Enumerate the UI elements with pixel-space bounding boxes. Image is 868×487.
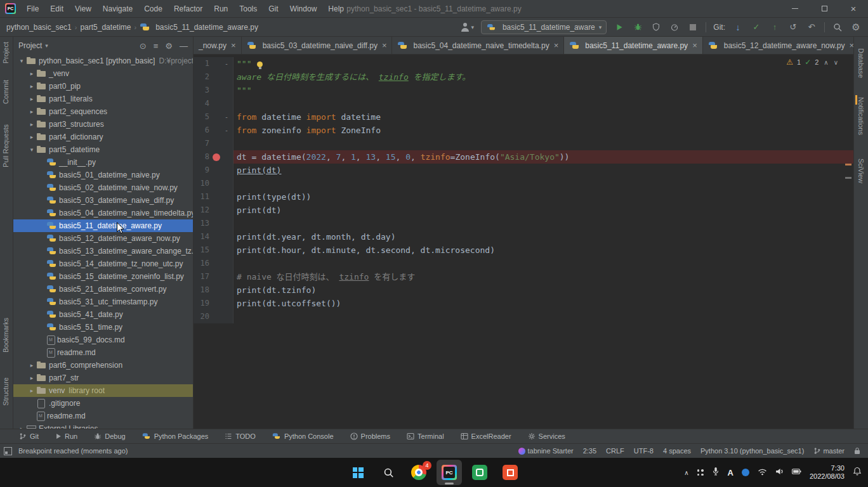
toolwindow-button-run[interactable]: Run	[55, 432, 77, 440]
toolwindow-button-python-packages[interactable]: Python Packages	[142, 431, 209, 441]
caret-position-widget[interactable]: 2:35	[583, 447, 596, 455]
tool-stripe-pull-requests[interactable]: Pull Requests	[2, 124, 10, 167]
toolwindow-button-terminal[interactable]: Terminal	[407, 432, 444, 440]
editor-tab[interactable]: basic5_12_datetime_aware_now.py×	[703, 37, 860, 54]
maximize-button[interactable]	[810, 0, 839, 17]
tab-close-icon[interactable]: ×	[692, 41, 697, 50]
tool-stripe-structure[interactable]: Structure	[2, 377, 10, 406]
menu-help[interactable]: Help	[322, 0, 350, 18]
code-with-me-button[interactable]: ▾	[460, 23, 474, 32]
close-button[interactable]: ×	[839, 0, 868, 17]
tray-grid-icon[interactable]	[697, 469, 704, 476]
tree-item[interactable]: ▸part2_sequences	[13, 105, 193, 118]
code-line-text[interactable]: from datetime import datetime	[233, 110, 853, 124]
project-panel-title[interactable]: Project	[18, 41, 42, 50]
git-update-button[interactable]: ↓	[732, 22, 744, 33]
scrollbar-mark[interactable]	[845, 177, 852, 179]
code-gutter[interactable]: 2	[194, 70, 233, 84]
run-button[interactable]	[614, 22, 625, 33]
tree-chevron-icon[interactable]: ▸	[17, 425, 26, 429]
tree-chevron-icon[interactable]: ▸	[27, 362, 36, 368]
tree-item[interactable]: basic5_04_datetime_naive_timedelta.py	[13, 207, 193, 219]
tree-chevron-icon[interactable]: ▸	[27, 134, 36, 140]
tree-item[interactable]: basic5_11_datetime_aware.py	[13, 219, 193, 232]
tree-item[interactable]: ▸part1_literals	[13, 93, 193, 105]
tool-stripe-project[interactable]: Project	[2, 42, 10, 63]
breakpoint-icon[interactable]	[213, 153, 220, 161]
notification-bell-icon[interactable]	[853, 467, 862, 478]
collapse-all-icon[interactable]: ≡	[154, 41, 159, 51]
code-line-text[interactable]	[233, 177, 853, 190]
code-gutter[interactable]: 10	[194, 177, 233, 190]
tree-item[interactable]: ▾part5_datetime	[13, 143, 193, 156]
interpreter-widget[interactable]: Python 3.10 (python_basic_sec1)	[700, 447, 804, 455]
code-gutter[interactable]: 6-	[194, 124, 233, 137]
code-line-text[interactable]: print(dt)	[233, 164, 853, 177]
settings-gear-icon[interactable]: ⚙	[850, 22, 862, 33]
tree-item[interactable]: basic5_13_datetime_aware_change_tz.py	[13, 245, 193, 257]
tree-item[interactable]: ▸venvlibrary root	[13, 384, 193, 397]
volume-icon[interactable]	[775, 467, 784, 478]
tree-item[interactable]: ▸part4_dictionary	[13, 131, 193, 143]
tool-stripe-notifications[interactable]: Notifications	[857, 97, 865, 135]
tree-item[interactable]: basic5_03_datetime_naive_diff.py	[13, 194, 193, 207]
select-opened-file-icon[interactable]: ⊙	[140, 41, 147, 51]
fold-marker-icon[interactable]: -	[225, 57, 228, 70]
profiler-button[interactable]	[669, 22, 680, 33]
git-push-button[interactable]: ↑	[769, 22, 780, 33]
git-commit-button[interactable]: ✓	[751, 22, 762, 33]
tree-item[interactable]: basic5_99_docs.md	[13, 334, 193, 346]
code-line-text[interactable]: print(dt.hour, dt.minute, dt.second, dt.…	[233, 244, 853, 257]
toolwindow-button-debug[interactable]: Debug	[94, 432, 125, 440]
tree-item[interactable]: .gitignore	[13, 397, 193, 410]
lock-icon[interactable]	[854, 447, 860, 455]
encoding-widget[interactable]: UTF-8	[634, 447, 654, 455]
editor-tab[interactable]: _now.py×	[194, 37, 242, 54]
wifi-icon[interactable]	[758, 467, 767, 478]
blue-circle-icon[interactable]	[742, 469, 749, 476]
tabnine-widget[interactable]: tabnine Starter	[518, 447, 574, 455]
editor[interactable]: 1-"""2aware な日付時刻を生成するには、 tzinfo を指定します。…	[194, 55, 853, 429]
menu-tools[interactable]: Tools	[233, 0, 263, 18]
code-gutter[interactable]: 11	[194, 190, 233, 204]
project-settings-gear-icon[interactable]: ⚙	[165, 41, 173, 51]
code-gutter[interactable]: 3	[194, 84, 233, 97]
chrome-taskbar-button[interactable]: 4	[406, 460, 431, 485]
code-gutter[interactable]: 8	[194, 150, 233, 164]
debug-button[interactable]	[632, 22, 643, 33]
menu-refactor[interactable]: Refactor	[168, 0, 208, 18]
tab-close-icon[interactable]: ×	[231, 41, 236, 50]
menu-window[interactable]: Window	[284, 0, 323, 18]
tree-chevron-icon[interactable]: ▸	[27, 375, 36, 381]
orange-app-taskbar-button[interactable]	[497, 460, 523, 485]
menu-run[interactable]: Run	[208, 0, 233, 18]
code-line-text[interactable]: aware な日付時刻を生成するには、 tzinfo を指定します。	[233, 70, 853, 84]
fold-marker-icon[interactable]: -	[225, 110, 228, 124]
code-line-text[interactable]: from zoneinfo import ZoneInfo	[233, 124, 853, 137]
tree-chevron-icon[interactable]: ▸	[27, 387, 36, 394]
tree-item[interactable]: ▸part3_structures	[13, 118, 193, 131]
tree-item[interactable]: ▾python_basic_sec1 [python_basic]D:¥proj…	[13, 55, 193, 67]
tree-chevron-icon[interactable]: ▸	[27, 70, 36, 77]
code-line-text[interactable]	[233, 137, 853, 150]
intention-bulb-icon[interactable]	[257, 62, 263, 67]
chevron-down-icon[interactable]: ▾	[45, 42, 48, 49]
breadcrumb-item[interactable]: basic5_11_datetime_aware.py	[155, 23, 258, 32]
tree-item[interactable]: basic5_21_datetime_convert.py	[13, 283, 193, 295]
green-app-taskbar-button[interactable]	[467, 460, 492, 485]
toolwindow-button-python-console[interactable]: Python Console	[272, 431, 334, 441]
tree-item[interactable]: readme.md	[13, 410, 193, 422]
code-gutter[interactable]: 17	[194, 270, 233, 283]
editor-tab[interactable]: basic5_04_datetime_naive_timedelta.py×	[392, 37, 564, 54]
search-everywhere-button[interactable]	[832, 22, 843, 33]
tree-chevron-icon[interactable]: ▾	[27, 146, 36, 153]
tree-chevron-icon[interactable]: ▸	[27, 96, 36, 102]
tree-item[interactable]: readme.md	[13, 346, 193, 359]
git-history-button[interactable]: ↺	[787, 22, 799, 33]
menu-file[interactable]: File	[21, 0, 44, 18]
tray-expand-chevron-icon[interactable]: ∧	[684, 469, 688, 476]
taskbar-search-button[interactable]	[376, 460, 401, 485]
tree-item[interactable]: basic5_12_datetime_aware_now.py	[13, 232, 193, 245]
code-gutter[interactable]: 14	[194, 230, 233, 244]
code-line-text[interactable]: print(type(dt))	[233, 190, 853, 204]
